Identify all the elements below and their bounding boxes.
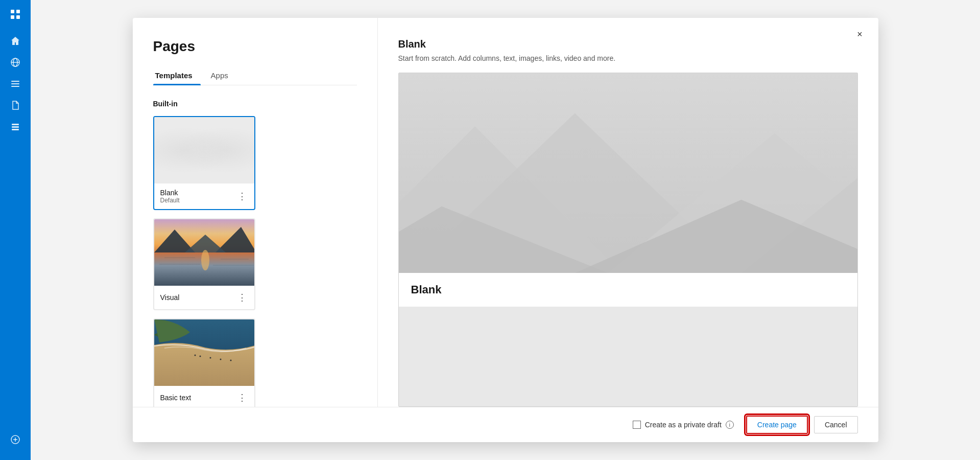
basic-text-card-name: Basic text bbox=[160, 394, 192, 402]
templates-grid: Blank Default ⋮ bbox=[153, 116, 357, 407]
basic-text-thumbnail bbox=[154, 319, 254, 386]
svg-point-31 bbox=[230, 360, 231, 361]
tab-apps[interactable]: Apps bbox=[209, 67, 236, 85]
sidebar-item-list[interactable] bbox=[5, 74, 26, 94]
sidebar-item-home[interactable] bbox=[5, 31, 26, 51]
preview-blank-name: Blank bbox=[411, 283, 845, 296]
preview-description: Start from scratch. Add columns, text, i… bbox=[398, 54, 858, 62]
dialog-footer: Create as a private draft i Create page … bbox=[133, 407, 878, 442]
blank-card-footer: Blank Default ⋮ bbox=[154, 183, 254, 209]
template-card-basic-text[interactable]: Basic text ⋮ bbox=[153, 318, 255, 407]
sidebar-item-globe[interactable] bbox=[5, 52, 26, 73]
svg-rect-11 bbox=[12, 126, 19, 128]
private-draft-container: Create as a private draft i bbox=[633, 421, 734, 429]
svg-rect-3 bbox=[16, 15, 20, 19]
visual-card-menu[interactable]: ⋮ bbox=[235, 291, 249, 304]
sidebar-add-button[interactable] bbox=[5, 429, 26, 450]
visual-thumbnail bbox=[154, 219, 254, 286]
blank-card-name: Blank bbox=[160, 189, 180, 197]
dialog-body: Pages Templates Apps Built-in Blank bbox=[133, 18, 878, 407]
close-button[interactable]: × bbox=[852, 26, 868, 42]
blank-thumbnail bbox=[154, 117, 254, 183]
svg-point-29 bbox=[209, 357, 211, 359]
tab-templates[interactable]: Templates bbox=[153, 67, 201, 85]
private-draft-checkbox[interactable] bbox=[633, 421, 641, 429]
preview-area: Blank bbox=[398, 73, 858, 407]
basic-text-card-menu[interactable]: ⋮ bbox=[235, 391, 249, 404]
svg-rect-9 bbox=[11, 86, 19, 87]
svg-point-30 bbox=[220, 359, 221, 360]
template-card-visual[interactable]: Visual ⋮ bbox=[153, 218, 255, 310]
svg-point-21 bbox=[201, 250, 209, 270]
info-icon[interactable]: i bbox=[726, 421, 734, 429]
svg-rect-12 bbox=[12, 129, 19, 130]
main-content: × Pages Templates Apps Built-in bbox=[31, 0, 980, 460]
blank-card-info: Blank Default bbox=[160, 189, 180, 204]
left-panel: Pages Templates Apps Built-in Blank bbox=[133, 18, 378, 407]
visual-card-info: Visual bbox=[160, 293, 180, 302]
svg-rect-8 bbox=[11, 83, 19, 84]
private-draft-label: Create as a private draft bbox=[645, 421, 722, 429]
visual-card-name: Visual bbox=[160, 293, 180, 302]
basic-text-card-info: Basic text bbox=[160, 394, 192, 402]
template-card-blank[interactable]: Blank Default ⋮ bbox=[153, 116, 255, 210]
svg-rect-2 bbox=[11, 15, 14, 19]
svg-rect-0 bbox=[11, 10, 14, 13]
svg-rect-10 bbox=[12, 124, 19, 125]
preview-title: Blank bbox=[398, 38, 858, 50]
section-label: Built-in bbox=[153, 100, 357, 108]
svg-point-28 bbox=[199, 356, 201, 357]
blank-card-menu[interactable]: ⋮ bbox=[235, 190, 249, 203]
blank-card-sub: Default bbox=[160, 197, 180, 204]
sidebar-item-layers[interactable] bbox=[5, 117, 26, 137]
basic-text-card-footer: Basic text ⋮ bbox=[154, 386, 254, 407]
preview-background bbox=[399, 73, 857, 273]
svg-rect-1 bbox=[16, 10, 20, 13]
preview-blank-bottom: Blank bbox=[399, 273, 857, 307]
svg-rect-7 bbox=[11, 81, 19, 82]
cancel-button[interactable]: Cancel bbox=[814, 416, 858, 433]
visual-card-footer: Visual ⋮ bbox=[154, 286, 254, 309]
create-page-button[interactable]: Create page bbox=[746, 416, 808, 434]
right-panel: Blank Start from scratch. Add columns, t… bbox=[378, 18, 878, 407]
sidebar-item-document[interactable] bbox=[5, 95, 26, 116]
panel-title: Pages bbox=[153, 38, 357, 55]
sidebar bbox=[0, 0, 31, 460]
grid-icon[interactable] bbox=[5, 4, 26, 25]
svg-point-27 bbox=[194, 355, 196, 356]
sidebar-nav bbox=[0, 31, 31, 137]
pages-dialog: × Pages Templates Apps Built-in bbox=[133, 18, 878, 442]
tabs-container: Templates Apps bbox=[153, 67, 357, 85]
